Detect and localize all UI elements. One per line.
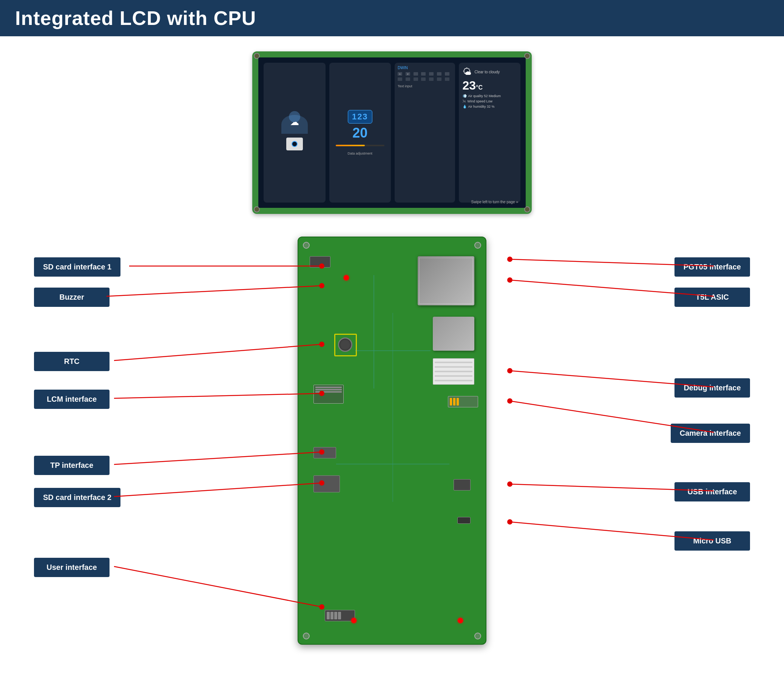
ribbon-strip (435, 361, 472, 363)
weather-desc: Clear to cloudy (475, 70, 500, 74)
svg-line-7 (114, 394, 322, 398)
ribbon-strip (435, 366, 472, 368)
svg-point-24 (507, 256, 512, 262)
ribbon-strip (435, 371, 472, 372)
label-pgt05: PGT05 interface (675, 257, 750, 277)
label-text: TP interface (50, 461, 93, 469)
widget-data-adjustment: 123 20 Data adjustment (329, 63, 391, 203)
kb-key (398, 77, 402, 81)
label-sd-card-1: SD card interface 1 (34, 257, 121, 277)
keyboard-grid: 1 2 (398, 72, 452, 76)
lcd-monitor: ☁ 123 20 (252, 52, 532, 214)
kb-key (406, 77, 410, 81)
wind-icon: 🌬 (463, 99, 466, 103)
lcm-connector (314, 385, 344, 403)
kb-key (445, 77, 449, 81)
label-text: Micro USB (693, 537, 731, 545)
kb-key: 1 (398, 72, 402, 76)
svg-point-27 (507, 398, 512, 403)
led-bottom-right (458, 618, 463, 623)
label-usb-interface: USB interface (675, 482, 750, 502)
page-title: Integrated LCD with CPU (15, 7, 769, 29)
widget-weather: 🌤 Clear to cloudy 23°C 💨 Air quality 52 … (459, 63, 521, 203)
kb-key: 2 (406, 72, 410, 76)
led-buzzer (344, 275, 349, 281)
kb-key (437, 77, 441, 81)
ribbon-strip (435, 380, 472, 381)
label-camera-interface: Camera interface (671, 424, 750, 443)
label-text: USB interface (687, 487, 737, 496)
data-adjust-label: Data adjustment (348, 152, 372, 155)
lcd-section: ☁ 123 20 (23, 52, 761, 214)
kb-key (445, 72, 449, 76)
pin (457, 398, 459, 405)
dwin-label: DWIN (398, 66, 452, 70)
camera-widget-icon (286, 137, 303, 150)
humidity-icon: 💧 (463, 105, 467, 108)
pcb-mount-br (474, 632, 481, 639)
lcm-pins (314, 385, 343, 394)
label-text: Debug interface (684, 384, 741, 392)
main-content: ☁ 123 20 (0, 36, 784, 667)
svg-line-9 (114, 483, 322, 497)
weather-icon: 🌤 (463, 66, 472, 77)
humidity-text: Air humidity 32 % (468, 105, 495, 108)
lcm-pin (316, 389, 342, 390)
label-text: Camera interface (680, 429, 741, 437)
pcb-board (298, 237, 486, 645)
pcb-diagram-section: SD card interface 1 Buzzer RTC LCM inter… (23, 237, 761, 652)
nav-hint-text: Swipe left to turn the page » (471, 200, 518, 204)
nav-hint: Swipe left to turn the page » (471, 200, 518, 204)
wind-speed-text: Wind speed Low (467, 99, 493, 103)
lcd-screen: ☁ 123 20 (258, 57, 526, 208)
cloud-shape: ☁ (281, 115, 308, 134)
camera-pins (448, 397, 478, 407)
user-connector (325, 610, 355, 621)
usb-port (454, 479, 470, 490)
wind-speed-stat: 🌬 Wind speed Low (463, 99, 517, 103)
screen-inner: ☁ 123 20 (258, 57, 526, 208)
widget-text-input: DWIN 1 2 (394, 63, 455, 203)
temperature-display: 23°C (463, 79, 517, 93)
svg-point-26 (507, 368, 512, 373)
svg-line-10 (114, 566, 322, 607)
air-quality-stat: 💨 Air quality 52 Medium (463, 94, 517, 98)
ribbon-connector (433, 358, 474, 385)
display-big-number: 20 (353, 125, 367, 141)
label-text: LCM interface (47, 395, 97, 403)
lcm-pin (316, 387, 342, 388)
pcb-mount-tl (303, 242, 310, 248)
sd-slot-1 (310, 256, 330, 268)
micro-usb-port (457, 517, 470, 524)
sd-slot-2 (314, 475, 340, 492)
chip-t5l (418, 256, 474, 305)
display-number: 123 (348, 110, 372, 124)
slider-container (336, 142, 385, 148)
label-t5l: T5L ASIC (675, 287, 750, 307)
svg-point-29 (507, 519, 512, 524)
label-micro-usb: Micro USB (675, 531, 750, 551)
ribbon-strip (435, 375, 472, 377)
text-input-label: Text input (398, 84, 452, 88)
label-text: SD card interface 1 (43, 263, 111, 271)
lcm-pin (316, 391, 342, 393)
kb-key (414, 77, 418, 81)
weather-header: 🌤 Clear to cloudy (463, 66, 517, 77)
label-text: Buzzer (59, 293, 84, 301)
label-debug: Debug interface (675, 378, 750, 398)
air-quality-text: Air quality 52 Medium (468, 94, 501, 98)
pcb-board-container (298, 237, 486, 645)
label-text: User interface (47, 563, 97, 571)
user-pin (330, 612, 333, 619)
label-text: SD card interface 2 (43, 493, 111, 502)
pcb-frame: ☁ 123 20 (252, 52, 532, 214)
pin (453, 398, 456, 405)
keyboard-row2 (398, 77, 452, 81)
slider (336, 145, 385, 146)
camera-connector (448, 396, 478, 407)
user-pin (327, 612, 330, 619)
svg-line-8 (114, 452, 322, 465)
svg-point-28 (507, 481, 512, 487)
air-quality-icon: 💨 (463, 94, 467, 98)
humidity-stat: 💧 Air humidity 32 % (463, 105, 517, 108)
